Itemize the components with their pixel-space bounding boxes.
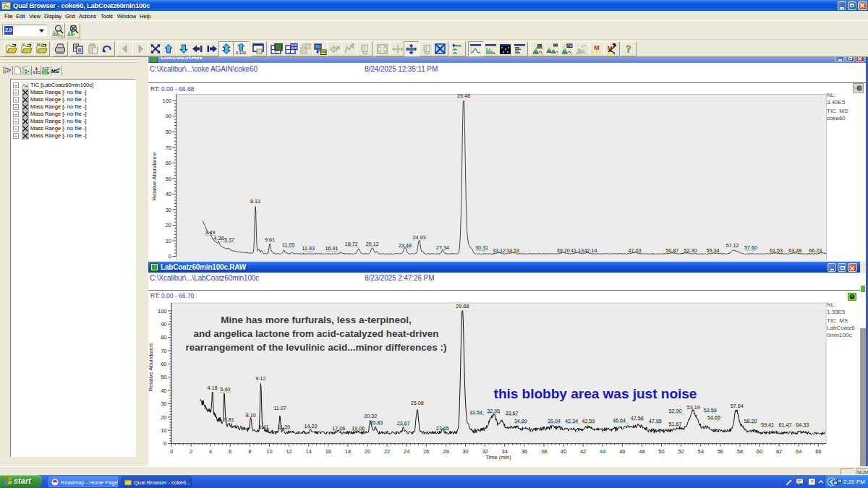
svg-text:Relative Abundance: Relative Abundance <box>148 343 154 392</box>
svg-text:59.41: 59.41 <box>761 421 774 428</box>
svg-text:41.13: 41.13 <box>571 247 584 254</box>
svg-text:?: ? <box>626 44 631 55</box>
svg-text:Mine has more furfurals, less: Mine has more furfurals, less a-terpineo… <box>221 314 411 325</box>
svg-text:90: 90 <box>161 321 166 328</box>
svg-text:52.90: 52.90 <box>668 408 681 414</box>
svg-text:8.13: 8.13 <box>250 198 260 205</box>
svg-text:55.34: 55.34 <box>707 247 720 254</box>
svg-text:60: 60 <box>757 448 762 455</box>
svg-text:8: 8 <box>248 448 251 455</box>
svg-text:57.12: 57.12 <box>726 242 739 249</box>
svg-text:19.06: 19.06 <box>352 425 365 432</box>
svg-text:50: 50 <box>161 374 166 380</box>
svg-text:48: 48 <box>639 448 644 455</box>
svg-text:?: ? <box>8 67 11 74</box>
svg-text:?: ? <box>810 479 813 485</box>
svg-text:17.06: 17.06 <box>332 425 345 432</box>
svg-text:5.81: 5.81 <box>224 416 234 423</box>
svg-text:0: 0 <box>170 448 173 455</box>
svg-text:11.39: 11.39 <box>278 424 290 430</box>
svg-text:27.65: 27.65 <box>436 425 449 432</box>
svg-text:50: 50 <box>166 176 171 182</box>
svg-text:20: 20 <box>365 448 370 455</box>
svg-text:80: 80 <box>161 334 166 341</box>
svg-text:27.34: 27.34 <box>436 244 449 251</box>
svg-text:23.67: 23.67 <box>397 420 410 427</box>
svg-text:AJZ: AJZ <box>42 67 48 71</box>
svg-text:64: 64 <box>796 448 801 455</box>
svg-text:11.93: 11.93 <box>302 245 315 252</box>
svg-text:61.53: 61.53 <box>770 247 783 254</box>
svg-text:0: 0 <box>169 253 171 260</box>
svg-text:40: 40 <box>161 388 166 394</box>
svg-text:50: 50 <box>658 448 664 455</box>
svg-text:50.87: 50.87 <box>665 247 678 254</box>
svg-text:66: 66 <box>815 448 821 455</box>
svg-text:9.61: 9.61 <box>265 236 275 243</box>
svg-text:60: 60 <box>166 160 171 166</box>
svg-text:23.48: 23.48 <box>399 242 412 249</box>
svg-text:32.54: 32.54 <box>469 409 482 416</box>
svg-text:42: 42 <box>580 448 586 455</box>
svg-text:14.20: 14.20 <box>304 423 317 429</box>
svg-text:n: n <box>58 67 60 71</box>
svg-text:6: 6 <box>229 448 231 455</box>
svg-text:70: 70 <box>161 348 166 354</box>
svg-text:30.31: 30.31 <box>475 244 488 251</box>
svg-text:100: 100 <box>158 308 167 314</box>
svg-text:40: 40 <box>561 448 566 455</box>
svg-text:60: 60 <box>161 361 166 367</box>
svg-text:51.67: 51.67 <box>668 421 681 427</box>
svg-text:57.64: 57.64 <box>731 403 744 409</box>
svg-text:rearrangement of the levulinic: rearrangement of the levulinic acid...mi… <box>186 342 447 353</box>
svg-text:9.12: 9.12 <box>256 375 266 382</box>
svg-text:57.60: 57.60 <box>744 244 757 251</box>
svg-text:70: 70 <box>166 145 171 151</box>
svg-text:18: 18 <box>345 448 351 455</box>
svg-text:38: 38 <box>541 448 547 455</box>
svg-text:20.83: 20.83 <box>370 419 383 426</box>
svg-text:10: 10 <box>161 427 166 434</box>
svg-text:64.33: 64.33 <box>796 421 809 428</box>
svg-text:16.91: 16.91 <box>325 245 338 252</box>
svg-text:10: 10 <box>266 448 272 455</box>
svg-text:44: 44 <box>600 448 605 455</box>
svg-text:20.32: 20.32 <box>364 413 377 419</box>
svg-text:8.10: 8.10 <box>246 412 256 419</box>
svg-text:26: 26 <box>423 448 429 455</box>
svg-text:53.19: 53.19 <box>687 404 700 411</box>
svg-text:12: 12 <box>286 448 292 455</box>
svg-text:61.47: 61.47 <box>779 421 792 428</box>
svg-text:32.95: 32.95 <box>487 408 500 414</box>
svg-text:30: 30 <box>166 207 171 213</box>
svg-text:9.41: 9.41 <box>259 424 269 430</box>
svg-text:30: 30 <box>161 401 166 407</box>
svg-text:11.07: 11.07 <box>273 405 286 411</box>
svg-text:54: 54 <box>698 448 704 455</box>
svg-text:39.70: 39.70 <box>557 247 570 254</box>
svg-text:42.59: 42.59 <box>582 418 595 424</box>
svg-text:63.48: 63.48 <box>788 247 801 254</box>
svg-text:39.04: 39.04 <box>548 418 561 424</box>
svg-text:11.05: 11.05 <box>282 241 294 248</box>
svg-text:AJCZ: AJCZ <box>33 70 41 74</box>
svg-text:20: 20 <box>166 222 171 228</box>
svg-text:53.59: 53.59 <box>704 407 717 414</box>
svg-text:52.30: 52.30 <box>684 247 697 254</box>
svg-text:100: 100 <box>162 98 171 104</box>
svg-text:42.34: 42.34 <box>565 418 578 424</box>
svg-text:4: 4 <box>209 448 212 455</box>
svg-text:29.48: 29.48 <box>457 93 470 99</box>
svg-text:46: 46 <box>619 448 625 455</box>
svg-text:46.64: 46.64 <box>613 417 626 424</box>
svg-text:58: 58 <box>737 448 743 455</box>
svg-text:33.12: 33.12 <box>493 247 506 254</box>
svg-text:hlu.: hlu. <box>59 34 64 38</box>
svg-text:58.20: 58.20 <box>744 418 757 424</box>
svg-text:M: M <box>594 44 600 51</box>
svg-text:4.18: 4.18 <box>208 385 218 391</box>
svg-text:20.12: 20.12 <box>366 241 379 247</box>
svg-text:10: 10 <box>166 238 171 244</box>
svg-text:4.38: 4.38 <box>214 235 224 241</box>
svg-text:28: 28 <box>443 448 448 455</box>
